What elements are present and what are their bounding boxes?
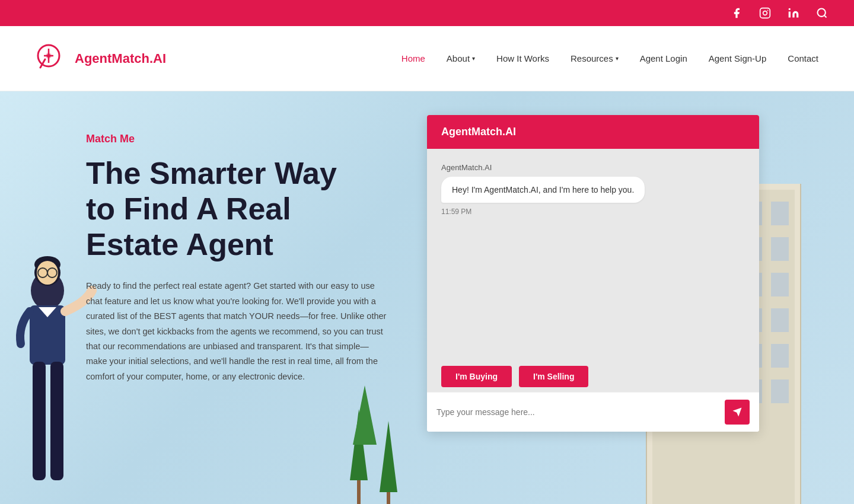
svg-line-5 [824,15,827,18]
chat-widget: AgentMatch.AI AgentMatch.AI Hey! I'm Age… [427,115,759,432]
resources-dropdown-arrow: ▾ [616,55,619,62]
svg-marker-54 [353,385,377,445]
hero-title: The Smarter Way to Find A Real Estate Ag… [86,156,418,262]
search-top-icon[interactable] [814,5,830,21]
svg-rect-35 [771,344,789,368]
nav-item-agent-login[interactable]: Agent Login [640,53,687,64]
nav-links: Home About ▾ How It Works Resources ▾ Ag… [401,53,818,64]
svg-rect-30 [771,308,789,332]
nav-link-contact[interactable]: Contact [788,53,818,63]
svg-rect-57 [387,492,390,504]
svg-point-8 [47,54,50,58]
navbar: AgentMatch.AI Home About ▾ How It Works … [0,26,854,91]
chat-input[interactable] [436,407,719,417]
svg-point-1 [763,11,767,15]
svg-rect-25 [771,273,789,296]
hero-section: Match Me The Smarter Way to Find A Real … [0,91,854,504]
chat-header: AgentMatch.AI [427,115,759,149]
match-me-label: Match Me [86,133,418,145]
chat-header-title: AgentMatch.AI [441,126,516,138]
svg-rect-20 [771,237,789,261]
chat-timestamp: 11:59 PM [441,208,745,216]
svg-point-3 [789,8,791,10]
nav-item-home[interactable]: Home [401,53,425,64]
nav-link-home[interactable]: Home [401,53,425,63]
svg-rect-48 [50,362,63,480]
top-bar [0,0,854,26]
svg-rect-55 [357,480,361,504]
about-dropdown-arrow: ▾ [472,55,475,62]
svg-rect-0 [760,8,770,18]
svg-rect-47 [33,362,46,480]
logo-text: AgentMatch.AI [75,51,166,66]
chat-input-area [427,392,759,432]
chat-send-button[interactable] [725,400,750,425]
chat-actions: I'm Buying I'm Selling [427,356,759,392]
nav-link-resources[interactable]: Resources [571,53,613,63]
nav-link-how-it-works[interactable]: How It Works [496,53,549,63]
svg-rect-40 [771,379,789,403]
instagram-icon[interactable] [757,5,773,21]
nav-item-about[interactable]: About ▾ [447,53,475,63]
hero-left-content: Match Me The Smarter Way to Find A Real … [86,133,418,384]
hero-description: Ready to find the perfect real estate ag… [86,279,388,384]
nav-item-resources[interactable]: Resources ▾ [571,53,619,63]
selling-button[interactable]: I'm Selling [519,366,588,387]
linkedin-icon[interactable] [785,5,802,21]
facebook-icon[interactable] [728,5,745,21]
nav-link-agent-login[interactable]: Agent Login [640,53,687,63]
svg-point-2 [767,10,769,11]
chat-sender-name: AgentMatch.AI [441,163,745,172]
nav-link-agent-signup[interactable]: Agent Sign-Up [709,53,767,63]
nav-link-about[interactable]: About [447,53,470,63]
tree-illustration [350,385,397,504]
chat-body: AgentMatch.AI Hey! I'm AgentMatch.AI, an… [427,149,759,356]
svg-rect-15 [771,202,789,225]
svg-point-4 [818,9,826,17]
nav-item-agent-signup[interactable]: Agent Sign-Up [709,53,767,64]
svg-marker-56 [380,421,397,492]
buying-button[interactable]: I'm Buying [441,366,512,387]
logo[interactable]: AgentMatch.AI [36,43,166,75]
nav-item-how-it-works[interactable]: How It Works [496,53,549,64]
nav-item-contact[interactable]: Contact [788,53,818,64]
chat-bubble: Hey! I'm AgentMatch.AI, and I'm here to … [441,177,645,203]
